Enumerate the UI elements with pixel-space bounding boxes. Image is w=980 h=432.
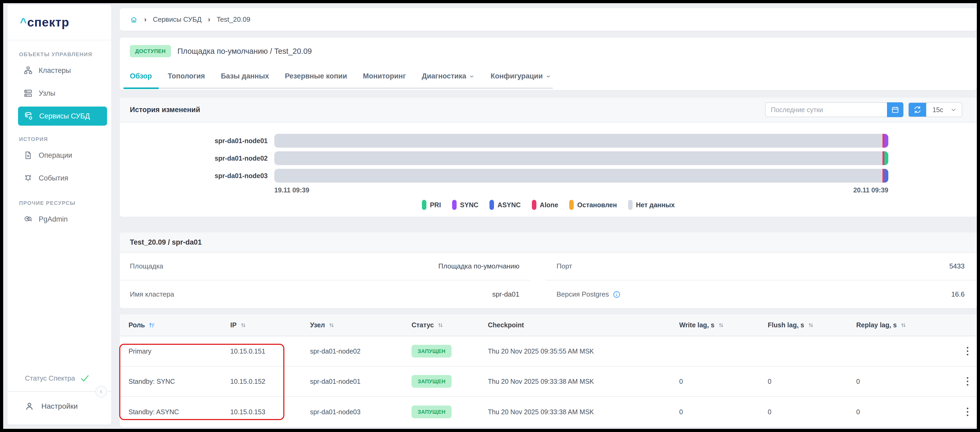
row-actions-menu[interactable] [945,408,977,416]
sidebar-item-clusters[interactable]: Кластеры [8,59,111,82]
info-row-port: Порт 5433 [546,253,977,281]
cell-ip: 10.15.0.151 [230,348,310,355]
column-header-role[interactable]: Роль [120,321,230,329]
section-label-objects: ОБЪЕКТЫ УПРАВЛЕНИЯ [19,51,111,57]
chevron-down-icon[interactable] [950,106,957,113]
column-header-flush-lag[interactable]: Flush lag, s [768,321,856,329]
sidebar-item-settings[interactable]: Настройки [8,392,111,421]
tab-backups[interactable]: Резервные копии [285,72,347,80]
legend-item-stopped: Остановлен [569,200,617,210]
sidebar-item-label: Кластеры [39,67,71,75]
home-icon[interactable] [130,16,138,24]
legend-item-pri: PRI [422,200,441,210]
clusters-icon [23,66,33,75]
person-icon [24,401,35,411]
history-panel: История изменений [120,97,977,217]
service-header-panel: ДОСТУПЕН Площадка по-умолчанию / Test_20… [120,38,977,90]
column-header-status[interactable]: Статус [412,321,488,329]
info-row-postgres-version: Версия Postgres 16.6 [546,281,977,308]
legend-item-no-data: Нет данных [628,200,675,210]
date-range-input[interactable] [765,102,887,117]
sidebar-item-nodes[interactable]: Узлы [8,82,111,105]
column-header-write-lag[interactable]: Write lag, s [679,321,768,329]
sort-icon [328,322,335,328]
legend-item-alone: Alone [532,200,558,210]
settings-label: Настройки [41,402,78,411]
legend-item-sync: SYNC [452,200,478,210]
sidebar-item-label: Сервисы СУБД [39,112,90,120]
status-badge: ЗАПУЩЕН [412,345,452,357]
column-header-ip[interactable]: IP [230,321,310,329]
tab-diagnostics[interactable]: Диагностика [422,72,475,80]
calendar-button[interactable] [887,102,904,117]
tab-databases[interactable]: Базы данных [221,72,269,80]
timeline-node-label: spr-da01-node01 [120,137,274,145]
sidebar-item-db-services[interactable]: Сервисы СУБД [18,107,107,126]
breadcrumb-item-current[interactable]: Test_20.09 [216,15,250,24]
cell-ip: 10.15.0.152 [230,378,310,385]
tab-overview[interactable]: Обзор [130,72,152,80]
calendar-icon [891,105,899,114]
legend-label: Alone [540,201,558,209]
table-row-standby-async[interactable]: Standby: ASYNC 10.15.0.153 spr-da01-node… [120,397,977,427]
legend-item-async: ASYNC [490,200,521,210]
timeline-row: spr-da01-node03 [120,169,977,183]
chevron-down-icon [546,73,551,79]
column-label: Статус [412,321,434,329]
timeline-segment-alone [883,169,885,183]
info-label: Порт [557,262,572,270]
tab-topology[interactable]: Топология [168,72,205,80]
table-row-standby-sync[interactable]: Standby: SYNC 10.15.0.152 spr-da01-node0… [120,367,977,397]
breadcrumb-item-services[interactable]: Сервисы СУБД [153,15,202,24]
app-logo[interactable]: ^ спектр [8,5,111,40]
cell-replay-lag: 0 [856,378,945,385]
sidebar-item-pgadmin[interactable]: PgAdmin [8,208,111,231]
cell-role: Standby: ASYNC [120,408,230,416]
logo-text: спектр [27,15,70,29]
column-header-replay-lag[interactable]: Replay lag, s [856,321,945,329]
sidebar-collapse-button[interactable] [95,386,107,397]
column-header-node[interactable]: Узел [310,321,412,329]
sidebar-item-operations[interactable]: Операции [8,144,111,167]
legend-swatch [628,200,633,210]
column-label: Checkpoint [488,321,524,329]
axis-end-label: 20.11 09:39 [853,187,888,194]
sidebar-item-events[interactable]: События [8,167,111,190]
sidebar-item-label: Операции [39,151,72,159]
history-timeline: spr-da01-node01 spr-da01-node02 spr-da01… [120,123,977,217]
sidebar-divider [8,391,111,392]
cell-write-lag: 0 [679,378,768,385]
cell-node: spr-da01-node02 [310,348,412,355]
info-row-cluster-name: Имя кластера spr-da01 [120,281,530,308]
table-row-primary[interactable]: Primary 10.15.0.151 spr-da01-node02 ЗАПУ… [120,336,977,367]
tab-monitoring[interactable]: Мониторинг [363,72,406,80]
sort-icon [808,322,815,328]
legend-swatch [422,200,426,210]
sidebar-nav: ОБЪЕКТЫ УПРАВЛЕНИЯ Кластеры [8,40,111,231]
elephant-icon [23,214,33,224]
timeline-bar-node01[interactable] [274,134,888,148]
timeline-bar-node02[interactable] [274,151,888,165]
info-row-site: Площадка Площадка по-умолчанию [120,253,530,281]
timeline-bar-node03[interactable] [274,169,888,183]
tab-configurations[interactable]: Конфигурации [490,72,551,80]
row-actions-menu[interactable] [945,377,977,386]
logo-caret: ^ [20,16,27,29]
column-header-checkpoint[interactable]: Checkpoint [488,321,679,329]
sidebar-item-label: Узлы [39,89,56,97]
cell-write-lag: 0 [679,408,768,416]
date-range-control [765,102,904,117]
refresh-interval-value[interactable]: 15с [926,106,950,114]
timeline-legend: PRI SYNC ASYNC Alone [120,200,977,210]
row-actions-menu[interactable] [945,347,977,355]
cluster-info-panel: Test_20.09 / spr-da01 Площадка Площадка … [120,233,977,308]
replication-table: Роль IP Узел [120,314,977,427]
info-icon[interactable] [613,290,620,298]
info-value: spr-da01 [492,290,519,298]
sort-icon [718,322,724,328]
cell-node: spr-da01-node03 [310,408,412,416]
cell-checkpoint: Thu 20 Nov 2025 09:33:38 AM MSK [488,408,679,416]
app-root: ^ спектр ОБЪЕКТЫ УПРАВЛЕНИЯ Кластеры [3,3,977,429]
table-header-row: Роль IP Узел [120,314,977,336]
refresh-button[interactable] [909,102,926,117]
